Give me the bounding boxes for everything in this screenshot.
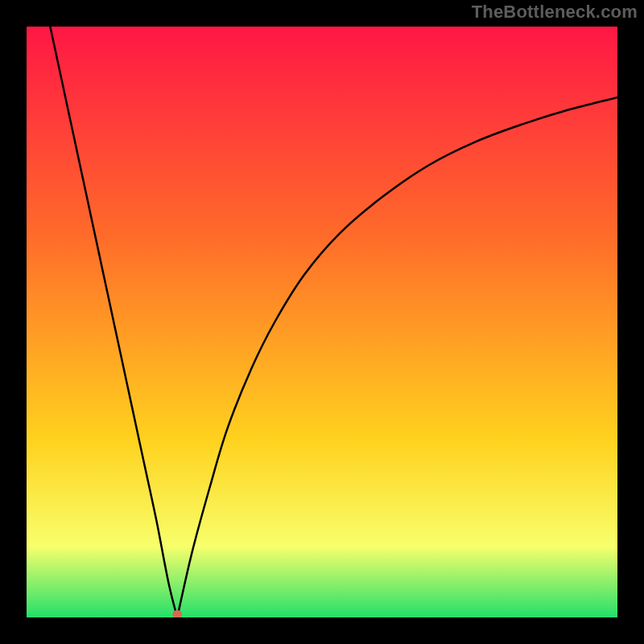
plot-background: [27, 27, 617, 617]
bottleneck-plot: [27, 27, 617, 617]
chart-stage: TheBottleneck.com: [0, 0, 644, 644]
attribution-text: TheBottleneck.com: [472, 2, 638, 23]
